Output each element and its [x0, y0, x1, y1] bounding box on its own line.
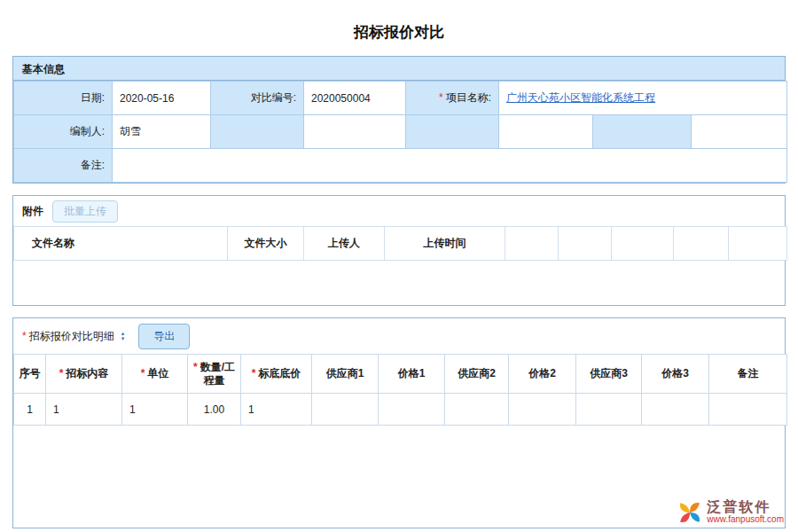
col-uploader: 上传人 [304, 227, 385, 261]
required-asterisk: * [141, 367, 145, 379]
required-asterisk: * [22, 330, 27, 342]
col-empty [729, 227, 787, 261]
required-asterisk: * [193, 361, 198, 373]
remark-label: 备注: [14, 149, 113, 183]
detail-title: 招标报价对比明细 [29, 329, 114, 344]
col-empty [505, 227, 559, 261]
basic-info-section: 基本信息 日期: 2020-05-16 对比编号: 2020050004 *项目… [12, 56, 786, 184]
cell-price2 [509, 394, 576, 426]
col-price3: 价格3 [642, 355, 709, 394]
page-title: 招标报价对比 [0, 0, 798, 56]
creator-value: 胡雪 [113, 115, 211, 149]
cell-supplier2 [445, 394, 509, 426]
col-serial: 序号 [14, 355, 46, 394]
footer-logo-text: 泛普软件 www.fanpusoft.com [707, 499, 784, 525]
sort-icon[interactable]: ▴ ▾ [121, 331, 125, 341]
sort-down-arrow: ▾ [121, 336, 125, 341]
cell-serial: 1 [14, 394, 46, 426]
basic-info-row-2: 编制人: 胡雪 [14, 115, 787, 149]
empty-label-cell [406, 115, 499, 149]
cell-bid-content: 1 [46, 394, 122, 426]
detail-data-row: 1 1 1 1.00 1 [14, 394, 787, 426]
col-empty [559, 227, 612, 261]
col-remark: 备注 [709, 355, 787, 394]
col-empty [612, 227, 674, 261]
detail-section: * 招标报价对比明细 ▴ ▾ 导出 序号 *招标内容 *单位 *数量/工程量 *… [12, 317, 786, 528]
brand-url: www.fanpusoft.com [707, 514, 784, 525]
project-name-cell: 广州天心苑小区智能化系统工程 [499, 82, 787, 115]
cell-supplier1 [312, 394, 379, 426]
cell-quantity: 1.00 [188, 394, 241, 426]
compare-no-label: 对比编号: [211, 82, 304, 115]
attachments-header-row: 文件名称 文件大小 上传人 上传时间 [14, 227, 787, 261]
cell-supplier3 [576, 394, 642, 426]
detail-header-row: 序号 *招标内容 *单位 *数量/工程量 *标底底价 供应商1 价格1 供应商2… [14, 355, 787, 394]
col-empty [674, 227, 729, 261]
cell-remark [709, 394, 787, 426]
detail-toolbar: * 招标报价对比明细 ▴ ▾ 导出 [13, 318, 785, 354]
page: 招标报价对比 基本信息 日期: 2020-05-16 对比编号: 2020050… [0, 0, 798, 532]
project-name-label-text: 项目名称: [446, 91, 491, 104]
required-asterisk: * [59, 367, 64, 379]
pinwheel-logo-icon [678, 501, 701, 524]
col-price2: 价格2 [509, 355, 576, 394]
empty-value-cell [304, 115, 406, 149]
cell-base-price: 1 [241, 394, 312, 426]
basic-info-section-header: 基本信息 [13, 57, 785, 81]
col-upload-time: 上传时间 [385, 227, 505, 261]
batch-upload-button[interactable]: 批量上传 [52, 200, 118, 223]
export-button[interactable]: 导出 [138, 324, 190, 349]
detail-empty-area [13, 426, 785, 528]
remark-value [113, 149, 787, 183]
basic-info-table: 日期: 2020-05-16 对比编号: 2020050004 *项目名称: 广… [13, 81, 787, 183]
attachments-section: 附件 批量上传 文件名称 文件大小 上传人 上传时间 [12, 195, 786, 306]
cell-price3 [642, 394, 709, 426]
attachments-toolbar: 附件 批量上传 [13, 196, 785, 226]
compare-no-value: 2020050004 [304, 82, 406, 115]
cell-price1 [379, 394, 445, 426]
col-unit: *单位 [122, 355, 188, 394]
col-file-name: 文件名称 [14, 227, 228, 261]
required-asterisk: * [252, 367, 256, 379]
empty-label-cell [593, 115, 692, 149]
col-supplier3: 供应商3 [576, 355, 642, 394]
empty-value-cell [692, 115, 787, 149]
empty-value-cell [499, 115, 593, 149]
required-asterisk: * [439, 91, 443, 104]
cell-unit: 1 [122, 394, 188, 426]
empty-label-cell [211, 115, 304, 149]
col-supplier2: 供应商2 [445, 355, 509, 394]
footer-logo: 泛普软件 www.fanpusoft.com [678, 499, 784, 525]
brand-name: 泛普软件 [707, 499, 784, 514]
basic-info-row-3: 备注: [14, 149, 787, 183]
attachments-table: 文件名称 文件大小 上传人 上传时间 [13, 226, 787, 261]
col-base-price: *标底底价 [241, 355, 312, 394]
col-file-size: 文件大小 [228, 227, 304, 261]
col-supplier1: 供应商1 [312, 355, 379, 394]
detail-table: 序号 *招标内容 *单位 *数量/工程量 *标底底价 供应商1 价格1 供应商2… [13, 354, 787, 426]
attachments-empty-area [13, 261, 785, 305]
attachments-title: 附件 [22, 204, 43, 219]
col-quantity: *数量/工程量 [188, 355, 241, 394]
project-name-link[interactable]: 广州天心苑小区智能化系统工程 [506, 91, 655, 104]
basic-info-row-1: 日期: 2020-05-16 对比编号: 2020050004 *项目名称: 广… [14, 82, 787, 115]
date-label: 日期: [14, 82, 113, 115]
col-bid-content: *招标内容 [46, 355, 122, 394]
col-price1: 价格1 [379, 355, 445, 394]
creator-label: 编制人: [14, 115, 113, 149]
project-name-label: *项目名称: [406, 82, 499, 115]
date-value: 2020-05-16 [113, 82, 211, 115]
